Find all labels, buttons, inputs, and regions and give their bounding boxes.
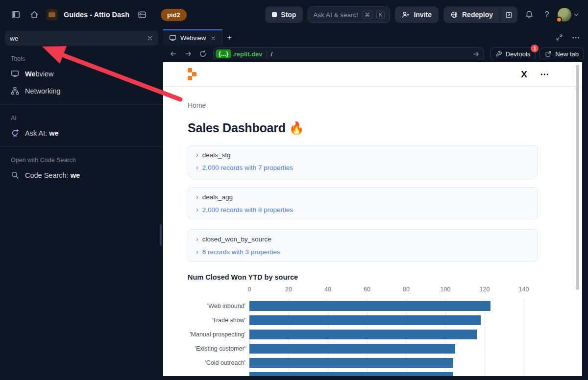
x-tick-label: 80 [403,286,410,293]
stop-icon [272,12,277,17]
notifications-button[interactable] [522,8,536,22]
section-ai: AI [0,115,163,121]
search-sidebar: Tools Webview Networking AI Ask AI: we O… [0,29,163,380]
home-icon [30,10,39,19]
sidebar-item-networking[interactable]: Networking [0,82,163,99]
refresh-icon [199,50,207,58]
new-tab-plus-button[interactable]: + [222,29,237,46]
sidebar-item-webview[interactable]: Webview [0,65,163,82]
network-icon [11,87,19,95]
dataset-records-link[interactable]: ›2,000 records with 7 properties [196,164,530,171]
sidebar-item-label: Ask AI: we [25,129,59,137]
sidebar-search-input[interactable] [10,35,147,42]
web-page: X ⋯ Home Sales Dashboard 🔥 ›deals_stg ›2… [163,62,582,376]
chart-row: 'Manual prospecting' [188,327,550,341]
pid-badge[interactable]: pid2 [161,9,187,21]
global-search[interactable]: ⌘ K [308,6,390,23]
section-code-search: Open with Code Search [0,157,163,164]
dataset-toggle[interactable]: ›deals_agg [196,193,530,201]
chart-x-axis: 020406080100120140 [188,286,550,296]
wrench-icon [495,50,502,57]
invite-label: Invite [414,11,432,19]
category-label: 'Cold outreach' [188,359,249,366]
x-tick-label: 0 [248,286,251,293]
go-button[interactable] [472,50,482,58]
sidebar-divider [0,146,163,147]
tab-close-button[interactable] [210,35,216,41]
dataset-toggle[interactable]: ›closed_won_by_source [196,235,530,243]
home-link[interactable]: Home [188,101,582,109]
open-deployments-button[interactable] [500,6,517,23]
dataset-name: deals_agg [202,193,233,201]
back-button[interactable] [167,48,180,60]
chart-title: Num Closed Won YTD by source [188,273,582,281]
tab-bar: Webview + ⋯ [163,29,588,46]
x-social-icon[interactable]: X [521,69,527,80]
arrow-right-icon [184,50,192,58]
status-dot [556,17,562,23]
open-pane-icon [505,11,513,19]
account-menu[interactable] [558,8,579,22]
webview-pane: Webview + ⋯ {...} .repli [163,29,588,380]
pane-resize-handle[interactable] [160,224,162,246]
url-bar[interactable]: {...} .replit.dev / [213,48,484,60]
chart-bar [249,372,453,377]
page-menu-button[interactable]: ⋯ [540,69,550,80]
forward-button[interactable] [182,48,195,60]
chevron-right-icon: › [196,248,198,256]
chart-plot: 'Web inbound''Trade show''Manual prospec… [188,299,550,376]
chart-bar [249,358,453,368]
page-header: X ⋯ [163,62,582,87]
topbar-right-group: Stop ⌘ K Invite Redeploy [265,6,579,23]
dataset-toggle[interactable]: ›deals_stg [196,151,530,159]
stop-button[interactable]: Stop [265,6,303,23]
section-tools: Tools [0,55,163,62]
pane-menu-button[interactable]: ⋯ [572,33,580,42]
dataset-card: ›closed_won_by_source ›6 records with 3 … [188,229,538,261]
brand-logo-icon[interactable] [188,68,197,81]
page-scrollbar[interactable] [576,65,579,290]
clear-search-button[interactable] [147,35,153,42]
global-search-input[interactable] [313,11,358,19]
chart-row: 'Web inbound' [188,299,550,313]
chevron-down-icon [573,12,579,18]
dataset-summary: 6 records with 3 properties [202,248,280,256]
invite-button[interactable]: Invite [395,6,439,23]
devtools-button[interactable]: Devtools 1 [490,48,536,60]
dataset-summary: 2,000 records with 8 properties [202,206,293,214]
expand-icon[interactable] [556,34,563,41]
dataset-records-link[interactable]: ›6 records with 3 properties [196,248,530,256]
sidebar-toggle-button[interactable] [9,8,23,22]
redeploy-button[interactable]: Redeploy [443,6,500,23]
tab-webview[interactable]: Webview [163,29,222,46]
person-plus-icon [402,11,410,19]
devtools-label: Devtools [506,50,531,58]
chart-bar [249,344,455,354]
x-tick-label: 140 [519,286,529,293]
sidebar-item-label: Webview [25,70,54,78]
help-button[interactable]: ? [541,10,553,19]
new-tab-button[interactable]: New tab [539,48,584,60]
sidebar-item-ask-ai[interactable]: Ask AI: we [0,124,163,142]
chevron-right-icon: › [196,193,198,201]
panel-left-icon [11,10,20,19]
project-title[interactable]: Guides - Attio Dash [64,11,129,19]
avatar [558,8,571,22]
refresh-button[interactable] [196,48,209,60]
sidebar-item-label: Code Search: we [25,171,80,179]
home-button[interactable] [27,8,41,22]
category-label: 'Web inbound' [188,303,249,309]
cmd-keycap: ⌘ [362,11,372,19]
sidebar-item-code-search[interactable]: Code Search: we [0,166,163,184]
dataset-records-link[interactable]: ›2,000 records with 8 properties [196,206,530,214]
history-button[interactable] [135,8,149,22]
chart-bar [249,301,490,311]
sidebar-search[interactable] [5,31,158,46]
project-icon[interactable] [46,9,58,21]
chart-bar [249,315,481,325]
url-host: .replit.dev [232,50,262,58]
chart-row: 'Cold outreach' [188,356,550,370]
close-icon [147,35,153,42]
app-window: Guides - Attio Dash pid2 Stop ⌘ K Invite [0,0,588,380]
chart-row: 'Existing customer' [188,341,550,356]
